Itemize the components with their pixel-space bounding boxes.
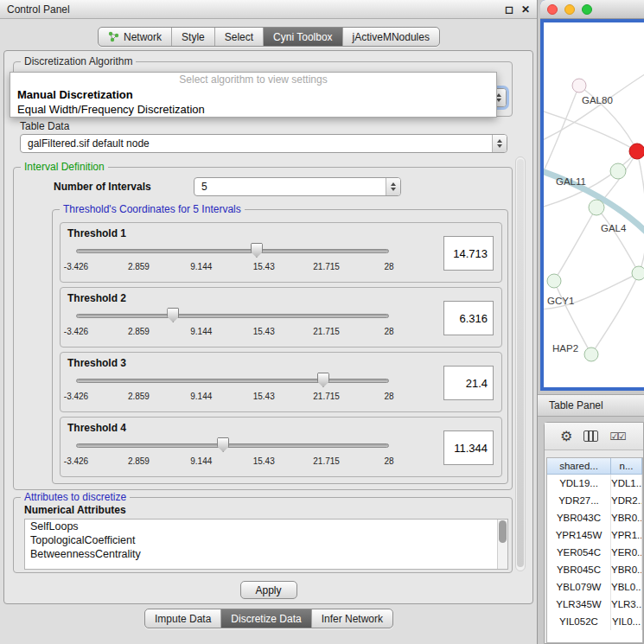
panel-scrollbar[interactable]: [515, 156, 526, 571]
columns-icon[interactable]: [583, 430, 598, 442]
network-canvas[interactable]: GAL80 GAL11 GAL4 GCY1 HAP2: [544, 22, 644, 387]
table-row[interactable]: YDL19... YDL1...: [547, 475, 642, 492]
apply-button[interactable]: Apply: [240, 581, 297, 599]
tab-impute-data[interactable]: Impute Data: [145, 609, 221, 628]
control-panel-window: Control Panel ◻ ✕ Network Style Select: [0, 0, 538, 644]
tab-cyni-toolbox[interactable]: Cyni Toolbox: [264, 28, 342, 46]
threshold-1-slider[interactable]: [76, 244, 389, 258]
cyni-toolbox-panel: Discretization Algorithm Select algorith…: [3, 50, 533, 604]
close-window-icon[interactable]: ✕: [521, 4, 530, 15]
node-label: GAL4: [601, 223, 627, 233]
discretization-algorithm-group-title: Discretization Algorithm: [21, 55, 136, 67]
threshold-3-slider[interactable]: [76, 373, 389, 387]
panel-scrollbar-thumb[interactable]: [517, 159, 524, 567]
node-label: HAP2: [552, 343, 578, 354]
node-label: GAL80: [582, 95, 613, 105]
table-header-row: shared... n...: [547, 458, 642, 475]
numerical-attributes-label: Numerical Attributes: [24, 504, 126, 516]
slider-thumb[interactable]: [167, 308, 179, 322]
algorithm-option-manual[interactable]: Manual Discretization: [10, 87, 496, 102]
node-label: GCY1: [547, 296, 574, 306]
threshold-4-slider[interactable]: [76, 438, 389, 452]
threshold-3-value-field[interactable]: 21.4: [443, 366, 494, 400]
slider-tick-labels: -3.426 2.859 9.144 15.43 21.715 28: [76, 456, 389, 468]
number-of-intervals-combobox[interactable]: 5: [194, 177, 401, 196]
list-item[interactable]: SelfLoops: [25, 520, 507, 533]
tab-network[interactable]: Network: [99, 28, 172, 46]
threshold-3-box: Threshold 3 -3.426 2.859 9.144 15.43 21.…: [60, 352, 502, 412]
gear-icon[interactable]: ⚙: [560, 430, 572, 443]
table-row[interactable]: YBR043C YBR0...: [547, 509, 642, 526]
network-window-titlebar: [540, 0, 644, 19]
list-scrollbar[interactable]: [497, 520, 507, 569]
slider-thumb[interactable]: [251, 243, 263, 258]
control-panel-titlebar: Control Panel: [0, 0, 537, 19]
threshold-1-value-field[interactable]: 14.713: [443, 236, 494, 271]
slider-thumb[interactable]: [217, 437, 229, 452]
slider-thumb[interactable]: [317, 373, 329, 387]
interval-definition-group-title: Interval Definition: [21, 161, 108, 173]
selected-node[interactable]: [629, 143, 644, 159]
control-panel-tabs: Network Style Select Cyni Toolbox jActiv…: [0, 27, 538, 47]
slider-tick-labels: -3.426 2.859 9.144 15.43 21.715 28: [76, 392, 389, 403]
column-header[interactable]: shared...: [547, 458, 611, 475]
table-row[interactable]: YBL079W YBL0...: [547, 578, 642, 596]
algorithm-option-equal-width[interactable]: Equal Width/Frequency Discretization: [10, 102, 496, 117]
table-panel-header: Table Panel: [538, 394, 644, 417]
table-row[interactable]: YLR345W YLR3...: [547, 596, 642, 613]
threshold-2-value-field[interactable]: 6.316: [443, 301, 494, 335]
tab-infer-network[interactable]: Infer Network: [312, 609, 392, 628]
column-header[interactable]: n...: [611, 458, 642, 475]
table-row[interactable]: YBR045C YBR0...: [547, 561, 642, 578]
slider-tick-labels: -3.426 2.859 9.144 15.43 21.715 28: [76, 262, 389, 273]
table-data-label: Table Data: [20, 120, 69, 132]
node[interactable]: [584, 348, 598, 361]
slider-track[interactable]: [76, 314, 389, 318]
list-item[interactable]: TopologicalCoefficient: [25, 533, 507, 547]
table-row[interactable]: YIL052C YIL0...: [547, 613, 642, 630]
window-title: Control Panel: [7, 3, 70, 16]
node[interactable]: [610, 163, 626, 179]
threshold-4-box: Threshold 4 -3.426 2.859 9.144 15.43 21.…: [60, 417, 502, 477]
tab-discretize-data[interactable]: Discretize Data: [221, 609, 311, 628]
tab-jactivemodules[interactable]: jActiveMNodules: [343, 28, 439, 46]
node[interactable]: [589, 200, 604, 215]
minimize-traffic-light[interactable]: [564, 4, 575, 15]
attributes-group: Attributes to discretize Numerical Attri…: [13, 497, 513, 573]
combo-arrows-icon: [492, 135, 507, 152]
slider-track[interactable]: [76, 249, 389, 253]
slider-tick-labels: -3.426 2.859 9.144 15.43 21.715 28: [76, 327, 389, 338]
threshold-4-value-field[interactable]: 11.344: [443, 430, 494, 465]
tab-style[interactable]: Style: [172, 28, 215, 46]
close-traffic-light[interactable]: [547, 4, 558, 15]
tab-select[interactable]: Select: [215, 28, 264, 46]
slider-track[interactable]: [76, 379, 389, 383]
node-attribute-table: shared... n... YDL19... YDL1... YDR27...…: [546, 457, 643, 643]
algorithm-dropdown-popup: Select algorithm to view settings Manual…: [10, 72, 497, 118]
list-item[interactable]: BetweennessCentrality: [25, 547, 507, 561]
table-panel-window: ⚙ ☑☑ shared... n... YDL19... YDL1... YDR…: [544, 422, 644, 644]
network-icon: [108, 31, 119, 42]
table-data-combobox[interactable]: galFiltered.sif default node: [20, 134, 507, 153]
list-scrollbar-thumb[interactable]: [499, 520, 507, 543]
threshold-2-box: Threshold 2 -3.426 2.859 9.144 15.43 21.…: [60, 287, 502, 348]
node[interactable]: [632, 266, 644, 280]
node-label: GAL11: [556, 176, 586, 187]
zoom-traffic-light[interactable]: [582, 4, 592, 15]
combo-arrows-icon: [386, 178, 400, 195]
network-view-window: GAL80 GAL11 GAL4 GCY1 HAP2: [540, 0, 644, 391]
select-columns-icon[interactable]: ☑☑: [609, 430, 625, 443]
cyni-bottom-tabs: Impute Data Discretize Data Infer Networ…: [0, 609, 538, 628]
thresholds-group-title: Threshold's Coordinates for 5 Intervals: [60, 203, 245, 215]
node[interactable]: [572, 79, 586, 92]
table-row[interactable]: YPR145W YPR1...: [547, 526, 642, 544]
interval-definition-group: Interval Definition Number of Intervals …: [13, 167, 513, 490]
algorithm-placeholder: Select algorithm to view settings: [10, 73, 496, 87]
threshold-2-slider[interactable]: [76, 309, 389, 322]
table-panel-title: Table Panel: [549, 399, 603, 411]
slider-track[interactable]: [76, 443, 389, 448]
table-row[interactable]: YDR27... YDR2...: [547, 492, 642, 509]
node[interactable]: [547, 274, 561, 288]
float-window-icon[interactable]: ◻: [505, 4, 513, 15]
table-row[interactable]: YER054C YER0...: [547, 544, 642, 561]
